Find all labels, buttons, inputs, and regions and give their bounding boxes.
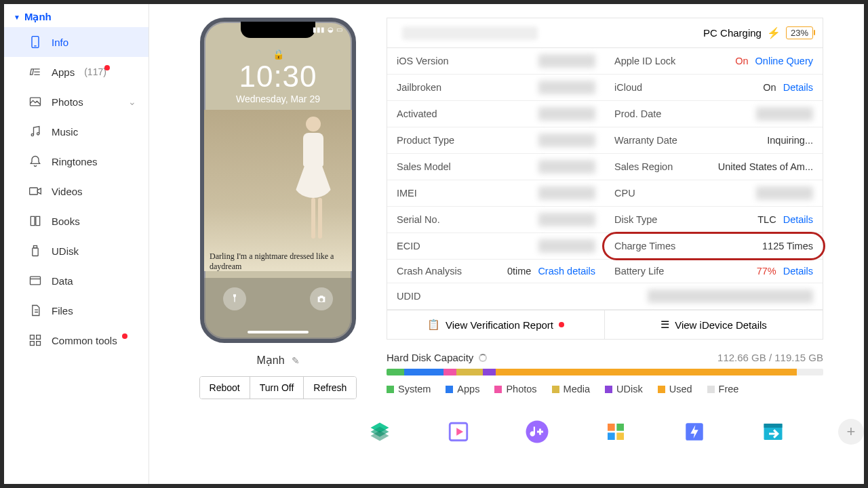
sidebar-item-ringtones[interactable]: Ringtones: [4, 146, 149, 176]
lockscreen-date: Wednesday, Mar 29: [204, 94, 352, 104]
blurred-value: hidden: [538, 54, 595, 68]
legend-swatch: [707, 386, 715, 393]
info-label: Crash Analysis: [397, 266, 462, 277]
info-label: Product Type: [397, 135, 454, 146]
sidebar-item-label: Data: [52, 275, 73, 287]
info-row-product-type: Product Typehidden: [387, 127, 605, 154]
info-value: OnOnline Query: [735, 56, 813, 66]
info-row-warranty-date: Warranty DateInquiring...: [605, 127, 823, 154]
videos-icon: [28, 184, 42, 198]
info-link[interactable]: Details: [783, 82, 813, 93]
wifi-icon: ◒: [328, 26, 334, 33]
disk-segment: [404, 369, 443, 375]
sidebar-item-label: Files: [52, 305, 73, 317]
info-link[interactable]: Online Query: [755, 56, 813, 66]
verification-report-label: View Verification Report: [446, 319, 553, 331]
info-value: hidden: [538, 186, 595, 200]
windows-icon[interactable]: [602, 418, 629, 445]
sidebar-item-videos[interactable]: Videos: [4, 176, 149, 206]
legend-swatch: [605, 386, 612, 393]
view-idevice-details-button[interactable]: ☰ View iDevice Details: [605, 310, 823, 339]
info-link[interactable]: Details: [783, 214, 813, 225]
list-icon: ☰: [660, 319, 669, 331]
info-link[interactable]: Details: [783, 266, 813, 277]
blurred-value: hidden: [538, 213, 595, 226]
info-text: 1125 Times: [762, 241, 813, 251]
disk-segment: [483, 369, 496, 375]
info-link[interactable]: Crash details: [538, 266, 595, 277]
legend-label: System: [398, 384, 431, 394]
sidebar-item-data[interactable]: Data: [4, 266, 149, 296]
legend-swatch: [387, 386, 394, 393]
svg-rect-15: [608, 424, 615, 431]
sidebar-item-files[interactable]: Files: [4, 296, 149, 325]
disk-segment: [443, 369, 456, 375]
sidebar-item-label: Books: [52, 216, 80, 227]
layers-icon[interactable]: [366, 418, 393, 445]
info-row-icloud: iCloudOnDetails: [605, 75, 823, 101]
info-value: hidden: [538, 134, 595, 147]
legend-item-photos: Photos: [494, 384, 536, 394]
svg-rect-10: [37, 336, 41, 340]
info-row-serial-no-: Serial No.hidden: [387, 207, 605, 233]
window-arrow-icon[interactable]: [760, 418, 787, 445]
blurred-value: hidden: [756, 107, 813, 121]
player-icon[interactable]: [445, 418, 472, 445]
common tools-icon: [28, 333, 42, 347]
notification-dot: [104, 65, 110, 70]
legend-item-media: Media: [552, 384, 591, 394]
svg-point-4: [37, 133, 39, 135]
turnoff-button[interactable]: Turn Off: [250, 377, 304, 399]
books-icon: [28, 214, 42, 228]
info-row-activated: Activatedhidden: [387, 101, 605, 127]
info-text: United States of Am...: [718, 161, 813, 172]
music-plus-icon[interactable]: [524, 418, 551, 445]
legend-label: Media: [564, 384, 591, 394]
sidebar-item-info[interactable]: Info: [4, 27, 149, 57]
info-value: hidden: [756, 186, 813, 200]
sidebar-item-photos[interactable]: Photos⌄: [4, 87, 149, 117]
device-name: Mạnh: [24, 11, 52, 23]
sidebar-item-apps[interactable]: Apps (117): [4, 57, 149, 87]
phone-statusbar: ▮▮▮ ◒ ▭: [313, 26, 342, 33]
legend-item-used: Used: [658, 384, 692, 394]
info-label: Activated: [397, 108, 437, 119]
disk-segment: [387, 369, 404, 375]
refresh-button[interactable]: Refresh: [304, 377, 356, 399]
flash-icon[interactable]: [681, 418, 708, 445]
info-value: hidden: [538, 160, 595, 174]
info-label: Prod. Date: [614, 108, 661, 119]
sidebar-item-label: Info: [52, 37, 68, 48]
sidebar-item-common-tools[interactable]: Common tools: [4, 325, 149, 355]
info-label: Warranty Date: [614, 135, 677, 146]
info-label: Charge Times: [614, 241, 675, 251]
sidebar-item-books[interactable]: Books: [4, 206, 149, 236]
bottom-toolbar: +: [149, 399, 864, 453]
info-row-battery-life: Battery Life77%Details: [605, 260, 823, 283]
info-text: Inquiring...: [767, 135, 813, 146]
info-value: hidden: [538, 107, 595, 121]
add-tool-button[interactable]: +: [838, 419, 864, 445]
music-icon: [28, 125, 42, 138]
svg-rect-16: [616, 424, 624, 431]
sidebar-item-udisk[interactable]: UDisk: [4, 236, 149, 266]
info-row-ios-version: iOS Versionhidden: [387, 48, 605, 75]
info-value: 0timeCrash details: [507, 266, 595, 277]
sidebar-item-music[interactable]: Music: [4, 117, 149, 146]
device-header[interactable]: ▼ Mạnh: [4, 8, 149, 27]
notification-dot: [559, 322, 564, 327]
view-verification-report-button[interactable]: 📋 View Verification Report: [387, 310, 605, 339]
loading-spinner-icon: [479, 354, 487, 362]
svg-rect-8: [31, 277, 41, 285]
info-row-cpu: CPUhidden: [605, 180, 823, 207]
wallpaper-caption: Darling I'm a nightmare dressed like a d…: [210, 251, 347, 271]
phone-notch: [241, 22, 315, 38]
info-value: 77%Details: [757, 266, 813, 277]
edit-name-icon[interactable]: ✎: [292, 355, 300, 366]
reboot-button[interactable]: Reboot: [200, 377, 250, 399]
svg-rect-17: [608, 432, 615, 440]
lock-icon: 🔒: [273, 49, 284, 60]
svg-rect-18: [616, 432, 624, 440]
info-label: CPU: [614, 188, 635, 199]
info-label: ECID: [397, 241, 420, 251]
